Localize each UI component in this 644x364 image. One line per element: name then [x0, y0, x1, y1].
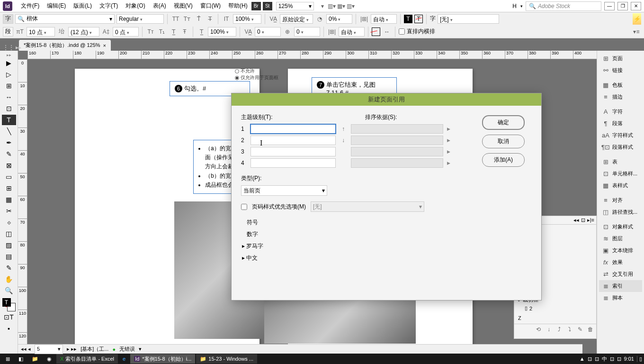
- tt-icon[interactable]: TT: [171, 14, 180, 24]
- size-icon[interactable]: πT: [15, 27, 25, 36]
- panel-obj-styles[interactable]: ⊡对象样式: [599, 221, 642, 233]
- panel-icon-3[interactable]: ⤴: [555, 326, 563, 333]
- panel-menu-icon[interactable]: ▾≡: [632, 27, 641, 36]
- panel-char[interactable]: A字符: [599, 106, 642, 118]
- list-item-chinese[interactable]: ▸ 中文: [241, 252, 475, 264]
- para-mode-tab[interactable]: 段: [3, 27, 13, 36]
- sort-by-4-input[interactable]: [351, 158, 443, 168]
- superscript-icon[interactable]: T̂: [194, 14, 203, 24]
- show-desktop[interactable]: ▯: [637, 356, 642, 362]
- menu-window[interactable]: 窗口(W): [197, 2, 224, 10]
- panel-cell-styles[interactable]: ⊡单元格样...: [599, 168, 642, 180]
- note-tool[interactable]: ▤: [2, 251, 16, 262]
- direct-selection-tool[interactable]: ▷: [2, 69, 16, 80]
- zoom-tool[interactable]: 🔍: [2, 285, 16, 296]
- page-number-input[interactable]: 5▾: [35, 345, 63, 354]
- panel-para-styles[interactable]: ¶⊡段落样式: [599, 141, 642, 153]
- cancel-button[interactable]: 取消: [482, 135, 525, 148]
- fill-stroke-swatch[interactable]: T ⁄: [2, 298, 16, 311]
- tray-icon-1[interactable]: ⊡: [588, 356, 592, 362]
- type-select[interactable]: 当前页▾: [241, 185, 327, 196]
- hscale-input[interactable]: 100%: [208, 27, 236, 36]
- taskbar-excel[interactable]: X索引条目清单 - Excel: [56, 354, 118, 364]
- add-button[interactable]: 添加(A): [482, 153, 525, 167]
- line-tool[interactable]: ╲: [2, 126, 16, 136]
- taskbar-app-2[interactable]: 📁: [28, 354, 42, 364]
- strikethrough-icon[interactable]: T̶: [205, 14, 215, 24]
- panel-effects[interactable]: fx效果: [599, 256, 642, 268]
- panel-text-wrap[interactable]: ▣文本绕排: [599, 245, 642, 256]
- maximize-button[interactable]: ❐: [617, 2, 628, 10]
- screen-mode-icon[interactable]: ▥▾: [327, 1, 337, 11]
- list-item-symbol[interactable]: 符号: [241, 217, 475, 228]
- panel-para[interactable]: ¶段落: [599, 118, 642, 129]
- tray-icon-3[interactable]: ⊡: [610, 356, 614, 362]
- ime-indicator[interactable]: 中: [602, 355, 607, 363]
- tracking2-icon[interactable]: VA̲: [243, 27, 253, 36]
- font-style-select[interactable]: Regular: [116, 14, 164, 24]
- taskbar-app-3[interactable]: ◉: [43, 354, 55, 364]
- page-nav-next[interactable]: ▸ ▸▸: [67, 346, 77, 352]
- minimize-button[interactable]: —: [604, 2, 615, 10]
- none-swatch-icon[interactable]: ⁄: [372, 27, 380, 36]
- tabbar-collapse-icon[interactable]: ⋮⋮ ▸▸: [3, 44, 21, 51]
- pen-tool[interactable]: ✒: [2, 137, 16, 148]
- panel-icon-1[interactable]: ⟲: [535, 326, 542, 333]
- sort-by-2-input[interactable]: [351, 136, 443, 145]
- tri-right-icon[interactable]: ▶: [447, 161, 450, 165]
- fill-t-icon[interactable]: T: [404, 15, 412, 23]
- tray-icon-2[interactable]: ⊡: [595, 356, 599, 362]
- panel-menu-glyph[interactable]: ▸|≡: [587, 217, 594, 223]
- tab-close-icon[interactable]: ×: [103, 43, 106, 48]
- topic-level-4-input[interactable]: [250, 158, 336, 168]
- rotate-input[interactable]: 0: [294, 27, 320, 36]
- panel-table[interactable]: ⊞表: [599, 156, 642, 168]
- page-nav-prev[interactable]: ◂◂ ◂: [21, 346, 31, 352]
- panel-scripts[interactable]: ≣脚本: [599, 292, 642, 304]
- underline-icon[interactable]: T̲: [169, 27, 178, 36]
- eyedropper-tool[interactable]: ✎: [2, 263, 16, 273]
- grid2-icon[interactable]: |⊞|: [327, 27, 337, 36]
- menu-edit[interactable]: 编辑(E): [43, 2, 70, 10]
- start-button[interactable]: ⊞: [2, 354, 14, 364]
- subscript-icon[interactable]: Tт: [146, 27, 155, 36]
- grid-icon[interactable]: |⊞|: [359, 14, 369, 24]
- panel-icon-trash[interactable]: 🗑: [587, 326, 594, 333]
- taskbar-indesign[interactable]: Id*案例15-8（初始）i...: [130, 354, 195, 364]
- panel-icon-4[interactable]: ⤵: [566, 326, 573, 333]
- sort-by-1-input[interactable]: [351, 124, 443, 134]
- scissors-tool[interactable]: ✂: [2, 206, 16, 216]
- menu-table[interactable]: 表(A): [149, 2, 170, 10]
- panel-icon-new[interactable]: ✎: [576, 326, 584, 333]
- tracking-label-icon[interactable]: A‡: [101, 27, 111, 36]
- vert-inline-check[interactable]: [399, 28, 405, 35]
- hand-tool[interactable]: ✋: [2, 274, 16, 284]
- kerning-icon[interactable]: VA̲: [268, 14, 278, 24]
- vscale-icon[interactable]: IT: [222, 14, 231, 24]
- topic-level-1-input[interactable]: [250, 124, 336, 134]
- menu-object[interactable]: 对象(O): [122, 2, 149, 10]
- panel-tab-icon[interactable]: ⊡: [581, 217, 585, 223]
- font-size-input[interactable]: 10 点: [27, 27, 55, 36]
- grid-tool[interactable]: ⊞: [2, 183, 16, 193]
- arrow-down-icon[interactable]: ↓: [340, 137, 347, 144]
- workspace-label[interactable]: H: [512, 3, 517, 9]
- tray-up-icon[interactable]: ▲: [580, 356, 585, 362]
- free-transform-tool[interactable]: ⟐: [2, 217, 16, 228]
- grid2-tool[interactable]: ▦: [2, 194, 16, 205]
- selection-tool[interactable]: ▶: [2, 58, 16, 68]
- document-tab[interactable]: *案例15-8（初始）.indd @ 125% ×: [19, 40, 111, 51]
- lang-select[interactable]: [无]: [438, 14, 499, 24]
- menu-layout[interactable]: 版面(L): [70, 2, 96, 10]
- topic-level-2-input[interactable]: [250, 136, 336, 145]
- panel-pages[interactable]: ⊞页面: [599, 53, 642, 64]
- panel-align[interactable]: ≡对齐: [599, 194, 642, 206]
- menu-help[interactable]: 帮助(H): [224, 2, 251, 10]
- font-family-input[interactable]: 🔍 楷体 ▾: [15, 14, 115, 24]
- auto1-select[interactable]: 自动: [371, 14, 397, 24]
- list-item-roman[interactable]: ▸ 罗马字: [241, 240, 475, 252]
- menu-view[interactable]: 视图(V): [170, 2, 197, 10]
- tray-icon-4[interactable]: ⊡: [617, 356, 621, 362]
- format-container-icon[interactable]: ⊡T: [2, 312, 16, 322]
- list-item-number[interactable]: 数字: [241, 228, 475, 240]
